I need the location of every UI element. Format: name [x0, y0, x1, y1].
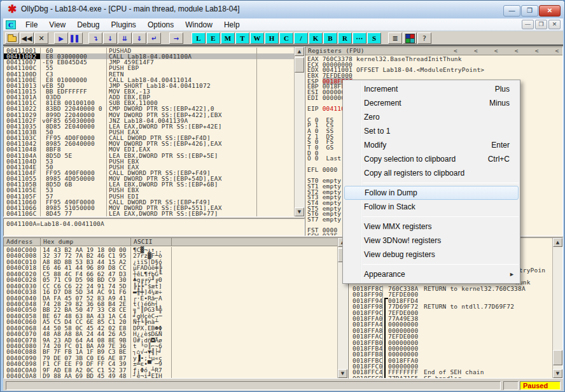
dump-pane[interactable]: Address Hex dump ASCII 0040C00014 43 B2 …	[3, 237, 348, 379]
step-over-button[interactable]: ↓	[103, 32, 117, 44]
disasm-row[interactable]: 0041103C FF95 4D0F0000CALL DWORD PTR SS:…	[4, 135, 294, 141]
disasm-row[interactable]: 00411060 FF95 490F0000CALL DWORD PTR SS:…	[4, 199, 294, 205]
disasm-row[interactable]: 00411013vEB 5DJMP SHORT Lab18-04.0041107…	[4, 83, 294, 88]
execute-till-return-button[interactable]: ↵	[147, 32, 161, 44]
view-cpu-button[interactable]: C	[279, 32, 293, 44]
disasm-row[interactable]: 00411022 83BD 22040000 0CMP DWORD PTR SS…	[4, 106, 294, 111]
scroll-down-icon[interactable]: ▼	[295, 207, 304, 216]
scroll-up-icon[interactable]: ▲	[553, 238, 562, 247]
context-menu-item-copy-all-registers-to-clipboard[interactable]: Copy all registers to clipboard	[343, 166, 520, 180]
disasm-row[interactable]: 00411048 8BF8MOV EDI,EAX	[4, 146, 294, 152]
stack-row[interactable]: 0018FFC877DA71F5SE handler	[349, 375, 552, 379]
view-run-trace-button[interactable]: ⋯	[352, 32, 366, 44]
disasm-row[interactable]: 0041104A 8D5D 5ELEA EBX,DWORD PTR SS:[EB…	[4, 153, 294, 158]
disasm-row[interactable]: 00411042 8985 26040000MOV DWORD PTR SS:[…	[4, 141, 294, 146]
context-menu-item-appearance[interactable]: Appearance►	[343, 267, 520, 281]
disasm-row[interactable]: 00411035 8D85 2E040000LEA EAX,DWORD PTR …	[4, 123, 294, 129]
disasm-row[interactable]: 0041102Fv0F85 65030000JNZ Lab18-04.00411…	[4, 118, 294, 123]
view-patches-button[interactable]: /	[294, 32, 308, 44]
dump-row[interactable]: 0040C0A8D9 88 AA 69 BD 45 49 48┘ê¬i╜EIH	[4, 373, 337, 379]
context-menu-item-set-to-1[interactable]: Set to 1	[343, 124, 520, 138]
animate-over-button[interactable]: ⇓	[132, 32, 146, 44]
scroll-up-icon[interactable]: ▲	[295, 47, 304, 56]
disasm-row[interactable]: 0041105E 53PUSH EBX	[4, 187, 294, 193]
disasm-row[interactable]: 0041100C 55PUSH EBP	[4, 65, 294, 71]
pause-button[interactable]: ▌▌	[69, 32, 83, 44]
disasm-row[interactable]: 0041101C 81EB 00100100SUB EBX,11000	[4, 100, 294, 106]
restart-button[interactable]: ◀◀	[20, 32, 34, 44]
run-button[interactable]: ▶	[54, 32, 68, 44]
disassembly-scrollbar[interactable]: ▲ ▼	[294, 47, 304, 216]
context-menu-item-increment[interactable]: IncrementPlus	[343, 82, 520, 96]
scrollbar-thumb[interactable]	[553, 350, 562, 365]
view-log-button[interactable]: L	[192, 32, 206, 44]
chevron-icon[interactable]: <	[474, 47, 478, 55]
disasm-row[interactable]: 00411015 BB EDFFFFFFMOV EBX,-13	[4, 88, 294, 94]
open-file-button[interactable]	[5, 32, 19, 44]
restore-button[interactable]: ❐	[521, 5, 538, 17]
step-into-button[interactable]: ↴	[88, 32, 102, 44]
disasm-row[interactable]: 00411001 60PUSHAD	[4, 48, 294, 53]
chevron-icon[interactable]: <	[555, 47, 559, 55]
view-call-stack-button[interactable]: K	[309, 32, 323, 44]
context-menu-item-modify[interactable]: ModifyEnter	[343, 138, 520, 152]
menu-item-options[interactable]: Options	[142, 19, 179, 31]
mdi-close-button[interactable]: ✕	[548, 20, 561, 29]
scrollbar-thumb[interactable]	[295, 57, 304, 73]
disasm-row[interactable]: 0041101A 03DDADD EBX,EBP	[4, 94, 294, 100]
mdi-system-icon[interactable]: C	[6, 20, 16, 29]
disasm-row[interactable]: 0041105B 8D5D 6BLEA EBX,DWORD PTR SS:[EB…	[4, 181, 294, 187]
chevron-icon[interactable]: <	[515, 47, 519, 55]
chevron-icon[interactable]: <	[494, 47, 498, 55]
chevron-icon[interactable]: <	[454, 47, 457, 55]
view-source-button[interactable]: S	[367, 32, 381, 44]
menu-item-plugins[interactable]: Plugins	[106, 19, 142, 31]
mdi-minimize-button[interactable]: —	[522, 20, 534, 29]
view-windows-button[interactable]: W	[250, 32, 264, 44]
disassembly-pane[interactable]: 00411001 60PUSHAD00411002 E8 03000000CAL…	[3, 46, 305, 217]
context-menu-item-follow-in-stack[interactable]: Follow in Stack	[343, 200, 520, 214]
chevron-icon[interactable]: <	[535, 47, 539, 55]
disasm-row[interactable]: 00411007-E9 EB045D45JMP 459E14F7	[4, 59, 294, 65]
disasm-row[interactable]: 0041104E 50PUSH EAX	[4, 164, 294, 170]
view-references-button[interactable]: R	[338, 32, 352, 44]
close-program-button[interactable]: ✕	[34, 32, 48, 44]
disasm-row[interactable]: 0041106C 8D45 77LEA EAX,DWORD PTR SS:[EB…	[4, 211, 294, 216]
view-memory-button[interactable]: M	[221, 32, 235, 44]
menu-item-file[interactable]: File	[20, 19, 43, 31]
disasm-row[interactable]: 0041100E E8 01000000CALL Lab18-04.004110…	[4, 77, 294, 83]
disasm-row[interactable]: 0041103B 50PUSH EAX	[4, 129, 294, 135]
view-handles-button[interactable]: H	[265, 32, 279, 44]
view-executables-button[interactable]: E	[206, 32, 220, 44]
help-button[interactable]: ?	[417, 32, 431, 44]
view-breakpoints-button[interactable]: B	[323, 32, 337, 44]
breakpoint-options-button[interactable]: ≣	[388, 32, 402, 44]
context-menu-item-zero[interactable]: Zero	[343, 110, 520, 124]
info-pane[interactable]: 0041100A=Lab18-04.0041100A	[3, 218, 305, 236]
mdi-restore-button[interactable]: ❐	[535, 20, 547, 29]
disasm-row[interactable]: 00411066 8985 51050000MOV DWORD PTR SS:[…	[4, 205, 294, 211]
menu-item-window[interactable]: Window	[179, 19, 218, 31]
context-menu-item-decrement[interactable]: DecrementMinus	[343, 96, 520, 110]
menu-item-help[interactable]: Help	[218, 19, 246, 31]
disasm-row[interactable]: 00411029 899D 22040000MOV DWORD PTR SS:[…	[4, 112, 294, 118]
context-menu-item-view-3dnow-registers[interactable]: View 3DNow! registers	[343, 234, 520, 248]
menu-item-debug[interactable]: Debug	[71, 19, 105, 31]
go-to-address-button[interactable]: →	[169, 32, 183, 44]
disasm-row[interactable]: 0041105F 57PUSH EDI	[4, 193, 294, 199]
disasm-row[interactable]: 00411055 8985 4D050000MOV DWORD PTR SS:[…	[4, 176, 294, 181]
view-threads-button[interactable]: T	[235, 32, 249, 44]
menu-item-view[interactable]: View	[43, 19, 71, 31]
animate-into-button[interactable]: ⇊	[118, 32, 132, 44]
disasm-row[interactable]: 0041100D C3RETN	[4, 71, 294, 77]
disasm-row[interactable]: 00411002 E8 03000000CALL Lab18-04.004110…	[4, 53, 294, 59]
stack-scrollbar[interactable]: ▲ ▼	[552, 238, 562, 378]
context-menu-item-follow-in-dump[interactable]: Follow in Dump	[344, 186, 519, 200]
appearance-options-button[interactable]	[403, 32, 417, 44]
minimize-button[interactable]: —	[503, 5, 520, 17]
context-menu-item-view-debug-registers[interactable]: View debug registers	[343, 248, 520, 262]
disasm-row[interactable]: 0041104F FF95 490F0000CALL DWORD PTR SS:…	[4, 170, 294, 176]
scroll-down-icon[interactable]: ▼	[553, 369, 562, 378]
context-menu-item-copy-selection-to-clipboard[interactable]: Copy selection to clipboardCtrl+C	[343, 152, 520, 166]
close-button[interactable]: ✕	[539, 5, 561, 17]
